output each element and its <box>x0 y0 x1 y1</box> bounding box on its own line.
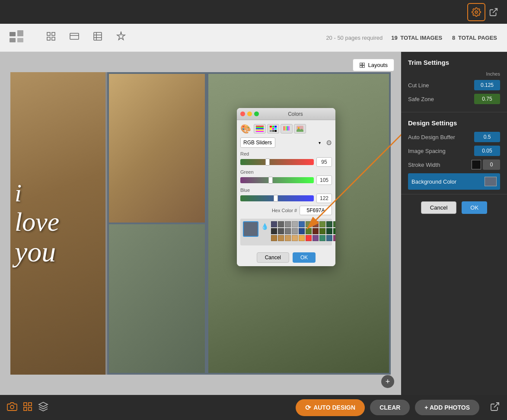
stroke-width-input[interactable] <box>483 159 500 170</box>
minimize-button[interactable] <box>247 111 252 116</box>
svg-rect-30 <box>270 130 272 132</box>
svg-rect-24 <box>270 126 272 127</box>
dialog-ok-button[interactable]: OK <box>293 252 316 263</box>
bg-color-swatch[interactable] <box>485 177 497 186</box>
svg-rect-23 <box>256 131 264 132</box>
bg-color-label: Background Color <box>411 178 456 185</box>
swatch-cell[interactable] <box>319 228 325 234</box>
toolbar-icon-3[interactable] <box>92 31 103 44</box>
close-button[interactable] <box>240 111 245 116</box>
color-image-icon[interactable] <box>294 124 306 134</box>
dialog-footer: Cancel OK <box>237 249 335 266</box>
panel-cancel-button[interactable]: Cancel <box>421 201 456 214</box>
swatch-cell[interactable] <box>292 221 298 227</box>
safe-zone-input[interactable] <box>474 94 500 104</box>
total-images-stat: 19 TOTAL IMAGES <box>391 35 443 41</box>
bottom-icon-grid[interactable] <box>22 401 33 414</box>
swatch-cell[interactable] <box>278 228 284 234</box>
swatch-cell[interactable] <box>299 235 305 241</box>
swatch-cell[interactable] <box>271 235 277 241</box>
mode-select-wrap[interactable]: RGB Sliders <box>240 137 323 148</box>
blue-slider-track[interactable] <box>240 195 314 201</box>
swatch-cell[interactable] <box>319 235 325 241</box>
swatch-grid <box>271 221 335 241</box>
swatch-cell[interactable] <box>333 228 335 234</box>
dialog-cancel-button[interactable]: Cancel <box>257 252 289 263</box>
svg-rect-2 <box>10 32 16 36</box>
current-color-swatch[interactable] <box>243 221 258 237</box>
bottom-icon-layers[interactable] <box>38 401 48 414</box>
swatch-cell[interactable] <box>278 235 284 241</box>
toolbar-icon-2[interactable] <box>69 31 80 44</box>
clear-button[interactable]: CLEAR <box>370 400 410 415</box>
dialog-title: Colors <box>259 111 332 117</box>
dropper-icon[interactable]: 💧 <box>261 223 268 230</box>
image-spacing-input[interactable] <box>474 146 500 156</box>
svg-rect-25 <box>272 126 274 127</box>
swatch-cell[interactable] <box>285 221 291 227</box>
green-slider-section: Green 105 <box>240 169 332 185</box>
bottom-icon-camera[interactable] <box>7 401 17 414</box>
bottom-icon-share[interactable] <box>490 401 500 414</box>
swatch-cell[interactable] <box>306 228 312 234</box>
swatch-cell[interactable] <box>326 235 332 241</box>
cut-line-input[interactable] <box>474 80 500 90</box>
panel-ok-button[interactable]: OK <box>462 201 487 214</box>
gear-icon[interactable]: ⚙ <box>326 139 332 147</box>
swatch-cell[interactable] <box>278 221 284 227</box>
svg-rect-37 <box>289 126 290 130</box>
swatch-cell[interactable] <box>292 228 298 234</box>
swatch-cell[interactable] <box>326 228 332 234</box>
toolbar-icon-4[interactable] <box>116 31 126 44</box>
green-slider-thumb[interactable] <box>268 177 273 184</box>
swatch-cell[interactable] <box>299 221 305 227</box>
auto-buffer-input[interactable] <box>474 132 500 142</box>
green-value[interactable]: 105 <box>316 175 332 185</box>
top-bar <box>0 0 507 24</box>
swatch-cell[interactable] <box>299 228 305 234</box>
swatch-cell[interactable] <box>326 221 332 227</box>
color-strips-icon[interactable] <box>254 124 266 134</box>
swatch-cell[interactable] <box>306 235 312 241</box>
settings-button[interactable] <box>467 3 485 21</box>
red-slider-track[interactable] <box>240 159 314 165</box>
right-panel: Trim Settings Inches Cut Line Safe Zone … <box>401 52 507 395</box>
color-grid-icon[interactable] <box>267 124 279 134</box>
safe-zone-row: Safe Zone <box>408 94 500 104</box>
swatch-cell[interactable] <box>285 235 291 241</box>
blue-value[interactable]: 122 <box>316 194 332 203</box>
swatch-cell[interactable] <box>319 221 325 227</box>
swatch-cell[interactable] <box>312 221 319 227</box>
color-crayon-icon[interactable] <box>281 124 293 134</box>
maximize-button[interactable] <box>254 111 259 116</box>
swatch-cell[interactable] <box>271 221 277 227</box>
mode-icons <box>254 124 306 134</box>
stroke-color-swatch[interactable] <box>472 160 481 169</box>
svg-rect-29 <box>274 128 277 130</box>
toolbar-icon-1[interactable] <box>46 31 56 44</box>
swatch-cell[interactable] <box>312 228 319 234</box>
blue-slider-thumb[interactable] <box>274 195 278 202</box>
export-button[interactable] <box>485 4 502 20</box>
mode-select[interactable]: RGB Sliders <box>240 137 275 148</box>
swatch-cell[interactable] <box>292 235 298 241</box>
swatch-cell[interactable] <box>306 221 312 227</box>
swatch-cell[interactable] <box>312 235 319 241</box>
safe-zone-label: Safe Zone <box>408 96 434 102</box>
add-page-button[interactable]: + <box>381 375 394 388</box>
love-text: i love you <box>15 179 59 268</box>
swatch-cell[interactable] <box>285 228 291 234</box>
auto-design-button[interactable]: ⟳ AUTO DESIGN <box>296 399 365 416</box>
hex-input[interactable] <box>300 206 332 215</box>
red-value[interactable]: 95 <box>316 157 332 167</box>
add-photos-button[interactable]: + ADD PHOTOS <box>415 400 479 415</box>
red-slider-thumb[interactable] <box>265 159 270 165</box>
swatch-cell[interactable] <box>271 228 277 234</box>
svg-rect-44 <box>29 403 32 406</box>
layouts-button[interactable]: Layouts <box>353 59 394 71</box>
swatch-cell[interactable] <box>333 221 335 227</box>
swatch-cell[interactable] <box>333 235 335 241</box>
color-wheel-icon[interactable]: 🎨 <box>240 124 251 134</box>
green-slider-track[interactable] <box>240 177 314 183</box>
green-label: Green <box>240 169 332 175</box>
